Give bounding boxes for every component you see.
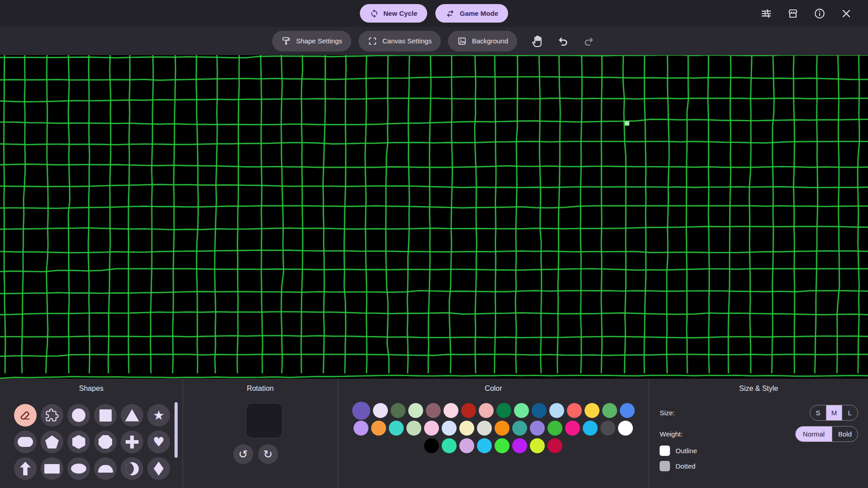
tune-icon[interactable]	[760, 7, 773, 20]
shape-octagon-button[interactable]	[94, 431, 117, 453]
color-swatch-f68d13[interactable]	[495, 421, 509, 436]
game-mode-button[interactable]: Game Mode	[435, 4, 508, 23]
rotate-right-button[interactable]: ↻	[258, 444, 278, 464]
color-swatch-bb96f2[interactable]	[354, 421, 368, 436]
shape-stadium-button[interactable]	[14, 431, 37, 453]
color-swatch-ba1ef5[interactable]	[512, 438, 527, 453]
shape-square-button[interactable]	[94, 404, 117, 427]
color-swatch-6a59b8[interactable]	[352, 402, 370, 420]
shape-diamond-button[interactable]	[147, 457, 170, 480]
rectangle-icon	[44, 464, 60, 474]
color-swatch-5cb566[interactable]	[602, 403, 617, 418]
size-style-section: Size & Style Size: SML Weight: NormalBol…	[649, 379, 868, 488]
color-swatch-27c2f2[interactable]	[477, 438, 492, 453]
shape-settings-button[interactable]: Shape Settings	[272, 31, 351, 52]
shape-rectangle-button[interactable]	[41, 457, 63, 480]
color-swatch-ebe1f7[interactable]	[373, 403, 388, 418]
shape-puzzle-button[interactable]	[41, 404, 63, 427]
dotted-checkbox[interactable]	[660, 461, 670, 471]
color-swatch-125c94[interactable]	[532, 403, 547, 418]
triangle-icon	[125, 409, 139, 422]
color-row-1	[352, 403, 635, 418]
rotation-preview	[246, 403, 283, 438]
color-swatch-f79a3e[interactable]	[371, 421, 386, 436]
dotted-checkbox-label: Dotted	[675, 462, 695, 470]
color-swatch-ffffff[interactable]	[618, 421, 633, 436]
color-swatch-53704f[interactable]	[391, 403, 406, 418]
color-swatch-fcd7e3[interactable]	[443, 403, 458, 418]
color-swatch-cbe7c4[interactable]	[408, 403, 423, 418]
shape-circle-button[interactable]	[67, 404, 90, 427]
rotate-left-button[interactable]: ↺	[233, 444, 253, 464]
undo-icon[interactable]	[556, 34, 571, 48]
close-icon[interactable]	[840, 7, 853, 20]
shape-triangle-button[interactable]	[121, 404, 143, 427]
shape-eraser-button[interactable]	[14, 404, 37, 427]
outline-checkbox[interactable]	[660, 446, 670, 456]
color-swatch-f76663[interactable]	[567, 403, 582, 418]
color-swatch-20b6ee[interactable]	[583, 421, 598, 436]
shape-heart-button[interactable]: ♥	[147, 431, 170, 453]
paint-roller-icon	[281, 36, 291, 46]
color-swatch-4e86f0[interactable]	[620, 403, 635, 418]
shape-pentagon-button[interactable]	[41, 431, 63, 453]
diamond-icon	[154, 462, 164, 476]
color-swatch-dcdcd6[interactable]	[477, 421, 492, 436]
octagon-icon	[99, 435, 112, 449]
color-swatch-9580e0[interactable]	[530, 421, 545, 436]
shape-hexagon-button[interactable]	[67, 431, 90, 453]
color-swatch-f6c4e2[interactable]	[424, 421, 439, 436]
storefront-icon[interactable]	[787, 7, 799, 20]
shapes-scrollbar[interactable]	[175, 402, 178, 458]
color-swatch-2fdfa7[interactable]	[442, 438, 457, 453]
color-swatch-3dbb3a[interactable]	[547, 421, 562, 436]
redo-icon[interactable]	[581, 34, 596, 48]
pan-hand-icon[interactable]	[531, 34, 545, 48]
color-swatch-097e45[interactable]	[496, 403, 511, 418]
size-segmented-control: SML	[810, 405, 858, 421]
color-swatch-8d5f6d[interactable]	[426, 403, 441, 418]
color-swatch-fbd540[interactable]	[585, 403, 599, 418]
weight-option-bold[interactable]: Bold	[832, 427, 858, 441]
color-swatch-f2b1b2[interactable]	[479, 403, 494, 418]
color-swatch-4b4a4c[interactable]	[600, 421, 615, 436]
size-option-m[interactable]: M	[826, 405, 842, 420]
shape-ellipse-button[interactable]	[67, 457, 90, 480]
color-swatch-b5251c[interactable]	[461, 403, 476, 418]
size-option-s[interactable]: S	[810, 405, 826, 420]
color-swatch-3aa69b[interactable]	[512, 421, 527, 436]
shape-crescent-button[interactable]	[121, 457, 143, 480]
color-swatch-40e83e[interactable]	[495, 438, 509, 453]
pentagon-icon	[45, 436, 59, 449]
info-icon[interactable]	[813, 7, 826, 20]
color-swatch-d1a8e2[interactable]	[459, 438, 474, 453]
size-option-l[interactable]: L	[842, 405, 858, 420]
cycle-icon	[370, 9, 379, 18]
shapes-title: Shapes	[0, 385, 183, 393]
color-swatch-c2dcb8[interactable]	[406, 421, 421, 436]
plus-icon	[126, 436, 139, 449]
color-swatch-000000[interactable]	[424, 438, 439, 453]
background-button[interactable]: Background	[448, 31, 517, 52]
shape-semicircle-button[interactable]	[94, 457, 117, 480]
color-swatch-6fe89d[interactable]	[514, 403, 529, 418]
size-label: Size:	[660, 409, 675, 417]
shape-plus-button[interactable]	[121, 431, 143, 453]
color-swatch-3cd6c8[interactable]	[389, 421, 404, 436]
canvas-settings-button[interactable]: Canvas Settings	[359, 31, 441, 52]
shape-star-button[interactable]: ★	[147, 404, 170, 427]
color-swatch-f4eebe[interactable]	[459, 421, 474, 436]
star-icon: ★	[153, 409, 165, 422]
color-swatch-b3dbf7[interactable]	[549, 403, 564, 418]
drawing-canvas[interactable]	[0, 55, 868, 379]
color-swatch-c20b3e[interactable]	[547, 438, 562, 453]
top-bar: New Cycle Game Mode	[0, 0, 868, 27]
size-style-title: Size & Style	[649, 385, 868, 393]
color-swatch-d3ef2c[interactable]	[530, 438, 545, 453]
shape-arrow-up-button[interactable]	[14, 457, 37, 480]
weight-option-normal[interactable]: Normal	[796, 427, 832, 441]
color-swatch-f2188c[interactable]	[565, 421, 580, 436]
new-cycle-label: New Cycle	[383, 9, 417, 17]
new-cycle-button[interactable]: New Cycle	[360, 4, 427, 23]
color-swatch-d4e0f8[interactable]	[442, 421, 457, 436]
